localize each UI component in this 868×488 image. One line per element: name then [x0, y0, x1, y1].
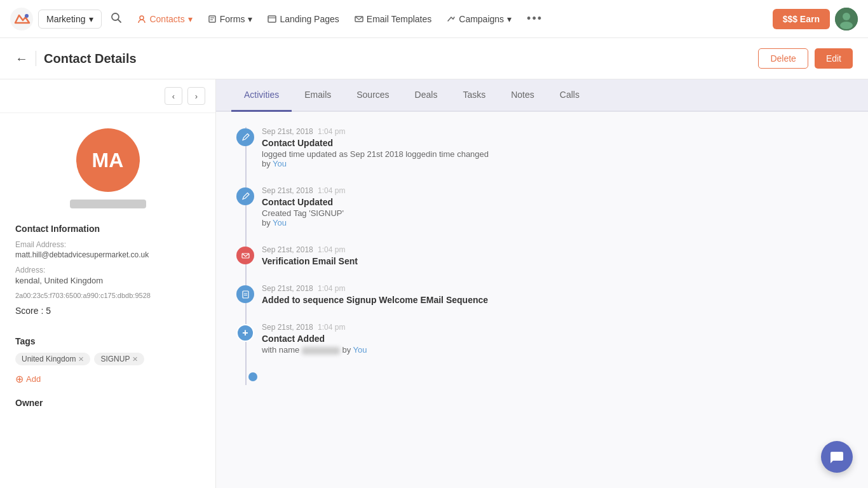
- activity-time: Sep 21st, 2018 1:04 pm: [262, 186, 848, 195]
- contacts-chevron: ▾: [188, 14, 193, 24]
- workspace-dropdown[interactable]: Marketing ▾: [38, 10, 102, 29]
- nav-item-campaigns[interactable]: Campaigns ▾: [440, 10, 518, 28]
- forms-chevron: ▾: [248, 14, 252, 24]
- svg-point-1: [25, 14, 29, 18]
- activity-item: Sep 21st, 2018 1:04 pm Contact Updated l…: [262, 127, 848, 168]
- edit-button[interactable]: Edit: [815, 48, 853, 69]
- earn-button[interactable]: $$$ Earn: [773, 9, 830, 29]
- contact-info-title: Contact Information: [15, 224, 200, 234]
- back-button[interactable]: ←: [15, 51, 28, 66]
- activity-by-link[interactable]: You: [273, 159, 287, 168]
- header-actions: Delete Edit: [758, 48, 853, 69]
- nav-item-contacts[interactable]: Contacts ▾: [131, 10, 198, 28]
- contact-info-section: Contact Information Email Address: matt.…: [0, 219, 215, 336]
- avatar-section: MA: [0, 113, 215, 219]
- nav-item-landing-pages[interactable]: Landing Pages: [261, 10, 345, 28]
- chat-bubble-button[interactable]: [821, 441, 853, 473]
- more-nav-button[interactable]: •••: [520, 8, 549, 29]
- activity-time: Sep 21st, 2018 1:04 pm: [262, 245, 848, 254]
- score-value: 5: [46, 306, 51, 316]
- address-line1: kendal, United Kingdom: [15, 276, 200, 285]
- delete-button[interactable]: Delete: [758, 48, 808, 69]
- timeline-end: [262, 372, 848, 385]
- activity-item: Sep 21st, 2018 1:04 pm Verification Emai…: [262, 245, 848, 266]
- svg-point-13: [840, 22, 853, 29]
- workspace-label: Marketing: [46, 14, 85, 24]
- email-label: Email Address:: [15, 240, 200, 249]
- tag-remove-signup[interactable]: ✕: [132, 355, 138, 363]
- tag-label: SIGNUP: [100, 355, 130, 363]
- tag-label: United Kingdom: [22, 355, 76, 363]
- app-logo[interactable]: [10, 8, 33, 30]
- tag-united-kingdom: United Kingdom ✕: [15, 353, 90, 365]
- activity-title: Contact Updated: [262, 138, 848, 148]
- activity-desc: Created Tag 'SIGNUP' by You: [262, 208, 848, 227]
- header-divider: [36, 51, 36, 66]
- tab-emails[interactable]: Emails: [292, 79, 344, 112]
- owner-section: Owner: [0, 398, 215, 423]
- activity-item: + Sep 21st, 2018 1:04 pm Contact Added w…: [262, 323, 848, 355]
- svg-line-3: [118, 20, 121, 23]
- activity-desc: with name by You: [262, 345, 848, 355]
- campaigns-chevron: ▾: [507, 14, 512, 24]
- prev-contact-button[interactable]: ‹: [165, 87, 182, 105]
- activity-time: Sep 21st, 2018 1:04 pm: [262, 127, 848, 136]
- tags-title: Tags: [15, 336, 200, 346]
- activity-icon-plus: +: [236, 324, 254, 342]
- activity-icon-pencil: [236, 128, 254, 146]
- score-label: Score :: [15, 306, 43, 316]
- tag-remove-uk[interactable]: ✕: [78, 355, 84, 363]
- next-contact-button[interactable]: ›: [187, 87, 205, 105]
- tab-calls[interactable]: Calls: [547, 79, 592, 112]
- add-tag-button[interactable]: ⊕ Add: [15, 370, 200, 388]
- tabs-bar: Activities Emails Sources Deals Tasks No…: [216, 79, 868, 112]
- tags-list: United Kingdom ✕ SIGNUP ✕: [15, 353, 200, 365]
- tab-sources[interactable]: Sources: [344, 79, 402, 112]
- page-header-left: ← Contact Details: [15, 51, 137, 66]
- activity-icon-doc: [236, 285, 254, 303]
- owner-title: Owner: [15, 398, 200, 408]
- timeline-end-dot: [248, 372, 257, 381]
- activity-time: Sep 21st, 2018 1:04 pm: [262, 284, 848, 293]
- page-title: Contact Details: [44, 51, 137, 66]
- contact-name-blurred: [70, 200, 146, 208]
- activity-feed: Sep 21st, 2018 1:04 pm Contact Updated l…: [216, 112, 868, 400]
- activity-icon-pencil: [236, 187, 254, 205]
- svg-point-12: [843, 13, 850, 20]
- tags-section: Tags United Kingdom ✕ SIGNUP ✕ ⊕ Add: [0, 336, 215, 398]
- tab-tasks[interactable]: Tasks: [450, 79, 498, 112]
- tag-signup: SIGNUP ✕: [94, 353, 144, 365]
- nav-item-email-templates[interactable]: Email Templates: [348, 10, 438, 28]
- address-line2: 2a00:23c5:f703:6500:a990:c175:dbdb:9528: [15, 292, 200, 299]
- main-layout: ‹ › MA Contact Information Email Address…: [0, 79, 868, 488]
- campaigns-label: Campaigns: [459, 14, 504, 24]
- activity-by-link[interactable]: You: [353, 345, 367, 355]
- svg-rect-8: [268, 16, 276, 22]
- page-header: ← Contact Details Delete Edit: [0, 38, 868, 79]
- avatar-initials: MA: [92, 149, 124, 172]
- tab-deals[interactable]: Deals: [402, 79, 451, 112]
- contact-avatar: MA: [76, 128, 140, 192]
- activity-desc: logged time updated as Sep 21st 2018 log…: [262, 149, 848, 168]
- activity-title: Added to sequence Signup Welcome EMail S…: [262, 295, 848, 305]
- score-row: Score : 5: [15, 306, 200, 316]
- left-panel: ‹ › MA Contact Information Email Address…: [0, 79, 216, 488]
- timeline: Sep 21st, 2018 1:04 pm Contact Updated l…: [236, 127, 848, 385]
- email-value: matt.hill@debtadvicesupermarket.co.uk: [15, 250, 200, 259]
- user-avatar[interactable]: [835, 8, 858, 30]
- activity-title: Contact Updated: [262, 197, 848, 207]
- tab-activities[interactable]: Activities: [231, 79, 292, 112]
- forms-label: Forms: [220, 14, 245, 24]
- add-tag-icon: ⊕: [15, 373, 24, 385]
- nav-items: Contacts ▾ Forms ▾ Landing Pages Email T…: [131, 8, 767, 29]
- chevron-down-icon: ▾: [89, 14, 93, 24]
- activity-title: Contact Added: [262, 334, 848, 344]
- nav-item-forms[interactable]: Forms ▾: [201, 10, 259, 28]
- email-templates-label: Email Templates: [367, 14, 431, 24]
- contact-name-blurred: [302, 347, 340, 355]
- tab-notes[interactable]: Notes: [498, 79, 547, 112]
- search-button[interactable]: [107, 8, 126, 29]
- top-navigation: Marketing ▾ Contacts ▾ Forms ▾ Landing P…: [0, 0, 868, 38]
- activity-by-link[interactable]: You: [273, 218, 287, 227]
- landing-pages-label: Landing Pages: [280, 14, 339, 24]
